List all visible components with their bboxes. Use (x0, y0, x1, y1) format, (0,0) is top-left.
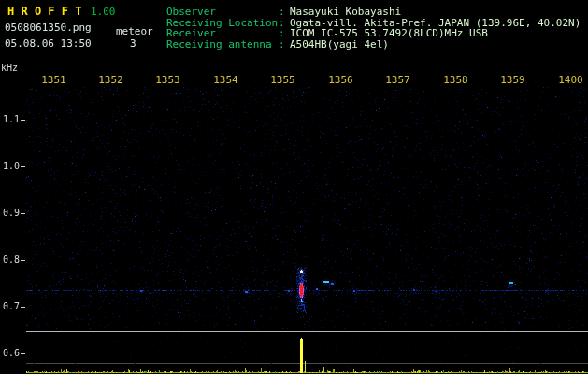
time-tick-label: 1359 (500, 75, 525, 85)
time-tick-label: 1353 (155, 75, 180, 85)
app-version: 1.00 (91, 7, 116, 17)
freq-tick-label: 0.7 (0, 302, 20, 311)
info-colon: : (279, 39, 290, 50)
app-title: H R O F F T (7, 6, 81, 17)
freq-tick-label: 1.0 (0, 162, 20, 171)
info-value: A504HB(yagi 4el) (290, 39, 389, 50)
spectrogram-canvas (0, 0, 588, 374)
hrofft-screen: H R O F F T 1.00 0508061350.png meteor 0… (0, 0, 588, 374)
station-info-row: Receiver:ICOM IC-575 53.7492(8LCD)MHz US… (166, 28, 581, 39)
station-info-row: Observer:Masayuki Kobayashi (166, 7, 581, 18)
time-tick-label: 1352 (98, 75, 123, 85)
freq-axis-unit-label: kHz (1, 64, 18, 73)
time-tick-label: 1358 (443, 75, 468, 85)
time-tick-label: 1355 (270, 75, 295, 85)
freq-tick-label: 0.9 (0, 209, 20, 218)
time-tick-label: 1351 (41, 75, 66, 85)
info-value: Masayuki Kobayashi (290, 7, 401, 18)
output-filename: 0508061350.png (5, 22, 92, 33)
info-value: ICOM IC-575 53.7492(8LCD)MHz USB (290, 28, 488, 39)
echo-count: 3 (130, 38, 136, 49)
mode-label: meteor (116, 26, 153, 36)
info-label: Receiving Location (166, 18, 279, 29)
station-info: Observer:Masayuki KobayashiReceiving Loc… (166, 7, 581, 50)
info-label: Receiver (166, 28, 279, 39)
info-label: Observer (166, 7, 279, 18)
freq-tick-label: 1.1 (0, 115, 20, 124)
time-tick-label: 1356 (328, 75, 353, 85)
info-colon: : (279, 28, 290, 39)
info-label: Receiving antenna (166, 39, 279, 50)
freq-tick-label: 0.6 (0, 349, 20, 358)
time-tick-label: 1357 (385, 75, 410, 85)
time-tick-label: 1354 (213, 75, 238, 85)
time-tick-label: 1400 (558, 75, 583, 85)
capture-datetime: 05.08.06 13:50 (5, 38, 92, 49)
freq-tick-label: 0.8 (0, 255, 20, 265)
station-info-row: Receiving antenna:A504HB(yagi 4el) (166, 39, 581, 50)
info-colon: : (279, 7, 290, 18)
